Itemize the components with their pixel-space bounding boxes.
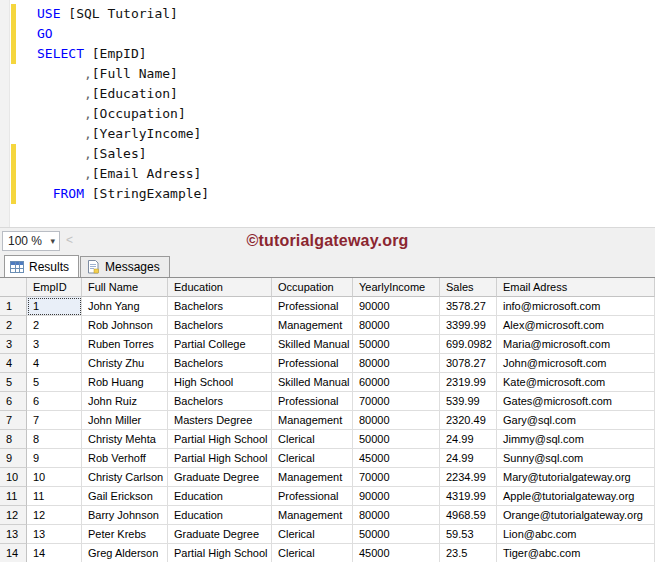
grid-cell[interactable]: 45000 [353,449,440,468]
grid-cell[interactable]: Peter Krebs [82,525,168,544]
grid-cell[interactable]: 6 [27,392,82,411]
grid-cell[interactable]: Ruben Torres [82,335,168,354]
sql-code[interactable]: USE [SQL Tutorial]GOSELECT [EmpID] ,[Ful… [0,4,655,204]
grid-cell[interactable]: Skilled Manual [272,373,353,392]
grid-cell[interactable]: Graduate Degree [168,468,272,487]
grid-cell[interactable]: Alex@microsoft.com [497,316,655,335]
row-number[interactable]: 12 [0,506,27,525]
grid-cell[interactable]: Management [272,316,353,335]
grid-cell[interactable]: Management [272,468,353,487]
grid-cell[interactable]: Gates@microsoft.com [497,392,655,411]
column-header[interactable]: Full Name [82,278,168,297]
grid-cell[interactable]: 80000 [353,506,440,525]
row-number[interactable]: 6 [0,392,27,411]
grid-cell[interactable]: 59.53 [440,525,497,544]
column-header[interactable]: Education [168,278,272,297]
grid-cell[interactable]: 23.5 [440,544,497,562]
grid-cell[interactable]: 8 [27,430,82,449]
grid-cell[interactable]: Management [272,411,353,430]
grid-cell[interactable]: John Ruiz [82,392,168,411]
grid-cell[interactable]: Clerical [272,430,353,449]
grid-cell[interactable]: info@microsoft.com [497,297,655,316]
grid-cell[interactable]: Lion@abc.com [497,525,655,544]
grid-cell[interactable]: Apple@tutorialgateway.org [497,487,655,506]
column-header[interactable]: Occupation [272,278,353,297]
grid-cell[interactable]: Masters Degree [168,411,272,430]
grid-cell[interactable]: 4319.99 [440,487,497,506]
row-number[interactable]: 9 [0,449,27,468]
grid-cell[interactable]: Tiger@abc.com [497,544,655,562]
sql-editor[interactable]: USE [SQL Tutorial]GOSELECT [EmpID] ,[Ful… [0,0,655,228]
grid-cell[interactable]: 4 [27,354,82,373]
grid-cell[interactable]: 2 [27,316,82,335]
grid-cell[interactable]: 9 [27,449,82,468]
grid-cell[interactable]: 24.99 [440,430,497,449]
grid-cell[interactable]: 80000 [353,411,440,430]
row-number[interactable]: 7 [0,411,27,430]
grid-cell[interactable]: Professional [272,487,353,506]
grid-cell[interactable]: John@microsoft.com [497,354,655,373]
grid-cell[interactable]: 7 [27,411,82,430]
grid-cell[interactable]: 70000 [353,392,440,411]
grid-cell[interactable]: Christy Zhu [82,354,168,373]
grid-cell[interactable]: Professional [272,297,353,316]
grid-cell[interactable]: 60000 [353,373,440,392]
grid-cell[interactable]: 3078.27 [440,354,497,373]
row-number[interactable]: 8 [0,430,27,449]
grid-cell[interactable]: Bachelors [168,392,272,411]
grid-cell[interactable]: Christy Carlson [82,468,168,487]
grid-cell[interactable]: 50000 [353,430,440,449]
grid-cell[interactable]: Rob Huang [82,373,168,392]
grid-cell[interactable]: 90000 [353,487,440,506]
grid-cell[interactable]: Professional [272,392,353,411]
grid-cell[interactable]: Christy Mehta [82,430,168,449]
grid-cell[interactable]: Partial College [168,335,272,354]
grid-cell[interactable]: Management [272,506,353,525]
column-header[interactable]: YearlyIncome [353,278,440,297]
grid-cell[interactable]: Kate@microsoft.com [497,373,655,392]
grid-cell[interactable]: Gail Erickson [82,487,168,506]
grid-cell[interactable]: Bachelors [168,316,272,335]
column-header[interactable]: EmpID [27,278,82,297]
grid-cell[interactable]: 3578.27 [440,297,497,316]
tab-messages[interactable]: Messages [80,256,170,277]
row-number[interactable]: 2 [0,316,27,335]
grid-cell[interactable]: 45000 [353,544,440,562]
grid-cell[interactable]: Education [168,487,272,506]
row-number[interactable]: 3 [0,335,27,354]
grid-cell[interactable]: Rob Johnson [82,316,168,335]
grid-cell[interactable]: 5 [27,373,82,392]
grid-cell[interactable]: Barry Johnson [82,506,168,525]
grid-cell[interactable]: 3 [27,335,82,354]
grid-cell[interactable]: 2234.99 [440,468,497,487]
grid-cell[interactable]: 3399.99 [440,316,497,335]
grid-cell[interactable]: 13 [27,525,82,544]
grid-cell[interactable]: High School [168,373,272,392]
grid-cell[interactable]: John Yang [82,297,168,316]
grid-cell[interactable]: Graduate Degree [168,525,272,544]
grid-cell[interactable]: 14 [27,544,82,562]
column-header[interactable]: Email Adress [497,278,655,297]
grid-cell[interactable]: Mary@tutorialgateway.org [497,468,655,487]
grid-cell[interactable]: Clerical [272,449,353,468]
grid-cell[interactable]: 70000 [353,468,440,487]
grid-cell[interactable]: Bachelors [168,354,272,373]
column-header[interactable]: Sales [440,278,497,297]
grid-cell[interactable]: Jimmy@sql.com [497,430,655,449]
grid-cell[interactable]: Orange@tutorialgateway.org [497,506,655,525]
row-number[interactable]: 14 [0,544,27,562]
grid-cell[interactable]: Rob Verhoff [82,449,168,468]
grid-cell[interactable]: 2320.49 [440,411,497,430]
grid-cell[interactable]: Skilled Manual [272,335,353,354]
row-number[interactable]: 11 [0,487,27,506]
grid-cell[interactable]: 24.99 [440,449,497,468]
grid-cell[interactable]: Sunny@sql.com [497,449,655,468]
row-number[interactable]: 10 [0,468,27,487]
grid-cell[interactable]: Maria@microsoft.com [497,335,655,354]
grid-cell[interactable]: Bachelors [168,297,272,316]
grid-cell[interactable]: 4968.59 [440,506,497,525]
grid-corner-cell[interactable] [0,278,27,297]
grid-cell[interactable]: Greg Alderson [82,544,168,562]
grid-cell[interactable]: 90000 [353,297,440,316]
tab-results[interactable]: Results [4,255,79,277]
